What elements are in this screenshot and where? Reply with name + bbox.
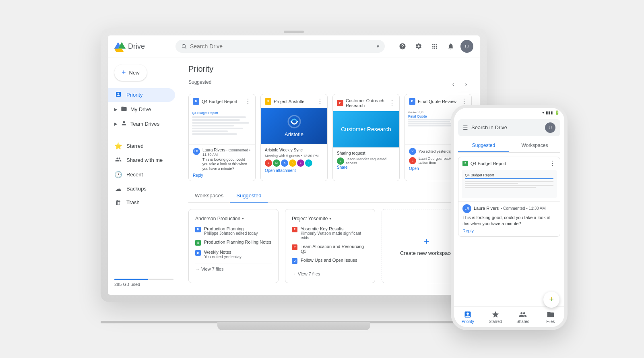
ws-yosemite-file-3-icon: D <box>292 258 297 264</box>
workspace-yosemite-label: Project Yosemite <box>292 216 328 221</box>
logo-area: Drive <box>114 41 171 52</box>
ws-file-2[interactable]: S Production Planning Rolling Notes <box>195 240 272 246</box>
workspace-yosemite-name: Project Yosemite ▾ <box>292 216 368 221</box>
sidebar-item-starred[interactable]: ⭐ Starred <box>108 139 175 153</box>
phone-tabs: Suggested Workspaces <box>458 139 560 153</box>
phone-card-icon: S <box>462 161 468 166</box>
search-input[interactable] <box>190 43 374 50</box>
phone-comment-section: LR Laura Rivers • Commented • 11:30 AM T… <box>458 201 560 237</box>
card-aristotle-more-button[interactable]: ⋮ <box>317 98 323 105</box>
phone-search-bar[interactable]: ☰ Search in Drive U <box>458 119 560 136</box>
topbar-icons: U <box>396 40 473 53</box>
card-finalquote-more-button[interactable]: ⋮ <box>461 98 467 105</box>
doc-icon: D <box>193 98 199 105</box>
view-files-yosemite-link[interactable]: → View 7 files <box>292 268 368 276</box>
laptop-outer: Drive ▾ <box>101 28 487 302</box>
fab-button[interactable]: + <box>543 292 559 308</box>
phone-card-q4-budget[interactable]: S Q4 Budget Report ⋮ Q4 Budget Report <box>458 157 560 237</box>
ws-yosemite-file-1[interactable]: P Yosemite Key Results Kimberly Watson m… <box>292 226 368 240</box>
sidebar-item-recent[interactable]: 🕐 Recent <box>108 168 175 181</box>
ws-yosemite-file-2[interactable]: P Team Allocation and Resourcing Q3 <box>292 244 368 254</box>
share-link[interactable]: Share <box>337 165 348 170</box>
card-q4-budget[interactable]: D Q4 Budget Report ⋮ Q4 Budget Report <box>188 94 256 181</box>
phone-card-title: Q4 Budget Report <box>471 161 506 166</box>
phone-doc-preview: Q4 Budget Report <box>462 170 557 198</box>
ws-file-1[interactable]: D Production Planning Philippe Johnson e… <box>195 226 272 236</box>
phone-card-more-button[interactable]: ⋮ <box>549 160 556 167</box>
svg-line-1 <box>185 48 186 49</box>
suggested-label: Suggested <box>188 79 211 85</box>
sidebar-item-my-drive-label: My Drive <box>130 106 151 112</box>
hamburger-icon: ☰ <box>463 124 468 131</box>
workspace-anderson-label: Anderson Production <box>195 216 240 221</box>
phone-nav-starred-icon <box>491 310 500 319</box>
ws-yosemite-file-3-name: Follow Ups and Open Issues <box>301 258 368 263</box>
phone-tab-suggested[interactable]: Suggested <box>458 139 509 152</box>
open-link[interactable]: Open <box>409 166 419 171</box>
phone-nav-starred[interactable]: Starred <box>482 309 510 325</box>
workspace-anderson-name: Anderson Production ▾ <box>195 216 272 221</box>
next-arrow-button[interactable]: › <box>460 79 472 90</box>
new-button[interactable]: + New <box>114 64 147 81</box>
card-aristotle-footer: Aristole Weekly Sync Meeting with 5 gues… <box>261 144 327 176</box>
notifications-button[interactable] <box>444 40 457 53</box>
sidebar-item-shared[interactable]: Shared with me <box>108 153 175 167</box>
attendee-3: A <box>281 159 288 167</box>
workspace-anderson[interactable]: Anderson Production ▾ D Production Plann… <box>188 209 279 283</box>
preview-line-4 <box>192 125 234 126</box>
prev-arrow-button[interactable]: ‹ <box>448 79 459 90</box>
phone-nav-priority[interactable]: Priority <box>454 309 482 325</box>
doc-blue-icon-text: D <box>411 100 413 103</box>
help-button[interactable] <box>396 40 409 53</box>
settings-button[interactable] <box>412 40 425 53</box>
tab-suggested[interactable]: Suggested <box>230 189 268 203</box>
ws-file-2-icon: S <box>195 240 201 246</box>
phone-preview-line-3 <box>465 185 553 186</box>
ws-file-3[interactable]: D Weekly Notes You edited yesterday <box>195 250 272 259</box>
ws-file-3-name: Weekly Notes <box>204 250 272 255</box>
phone-reply-link[interactable]: Reply <box>462 228 556 233</box>
backups-icon: ☁ <box>114 185 122 192</box>
card-aristotle-preview: Aristotle <box>261 108 327 144</box>
team-drives-chevron: ▶ <box>114 122 118 126</box>
workspace-yosemite[interactable]: Project Yosemite ▾ P Yosemite Key Result… <box>285 209 375 283</box>
user-avatar[interactable]: U <box>460 40 473 53</box>
pdf-icon-text: P <box>339 101 341 104</box>
sidebar-item-backups[interactable]: ☁ Backups <box>108 182 175 195</box>
storage-bar <box>114 279 173 280</box>
ws-file-1-meta: Philippe Johnson edited today <box>204 231 272 236</box>
view-files-anderson-link[interactable]: → View 7 files <box>195 263 272 271</box>
phone-content: S Q4 Budget Report ⋮ Q4 Budget Report <box>454 153 564 306</box>
storage-area: 285 GB used <box>108 275 180 292</box>
preview-line-1 <box>192 116 246 118</box>
preview-line-7 <box>192 133 237 135</box>
storage-label: 285 GB used <box>114 282 173 287</box>
sidebar-item-my-drive[interactable]: ▶ My Drive <box>108 103 175 116</box>
card-q4-budget-more-button[interactable]: ⋮ <box>245 98 251 105</box>
open-attachment-link[interactable]: Open attachment <box>265 168 296 173</box>
suggested-cards: D Q4 Budget Report ⋮ Q4 Budget Report <box>188 94 472 181</box>
storage-fill <box>114 279 148 280</box>
phone-nav-files[interactable]: Files <box>537 309 565 325</box>
create-plus-icon: + <box>424 236 429 247</box>
sidebar-item-trash[interactable]: 🗑 Trash <box>108 196 175 209</box>
ws-file-1-icon: D <box>195 227 201 232</box>
apps-button[interactable] <box>428 40 441 53</box>
search-bar[interactable]: ▾ <box>175 40 385 53</box>
card-project-aristotle[interactable]: S Project Aristotle ⋮ <box>260 94 328 181</box>
sidebar-item-team-drives[interactable]: ▶ Team Drives <box>108 117 175 131</box>
ws-file-3-icon-text: D <box>197 251 199 254</box>
phone-user-avatar[interactable]: U <box>545 122 555 133</box>
ws-yosemite-file-3[interactable]: D Follow Ups and Open Issues <box>292 258 368 264</box>
phone-nav-shared[interactable]: Shared <box>509 309 537 325</box>
meeting-title: Aristole Weekly Sync <box>265 148 323 152</box>
card-finalquote-title: Final Quote Review <box>418 99 456 104</box>
doc-preview-title: Q4 Budget Report <box>192 111 252 115</box>
card-customer-research[interactable]: P Customer Outreach Research ⋮ Customer … <box>332 94 400 181</box>
sidebar-item-priority[interactable]: Priority <box>108 88 175 102</box>
doc-preview-content: Q4 Budget Report <box>189 108 255 144</box>
card-customer-more-button[interactable]: ⋮ <box>389 100 395 106</box>
reply-link[interactable]: Reply <box>193 173 203 178</box>
tab-workspaces[interactable]: Workspaces <box>188 189 230 203</box>
phone-tab-workspaces[interactable]: Workspaces <box>509 139 560 152</box>
